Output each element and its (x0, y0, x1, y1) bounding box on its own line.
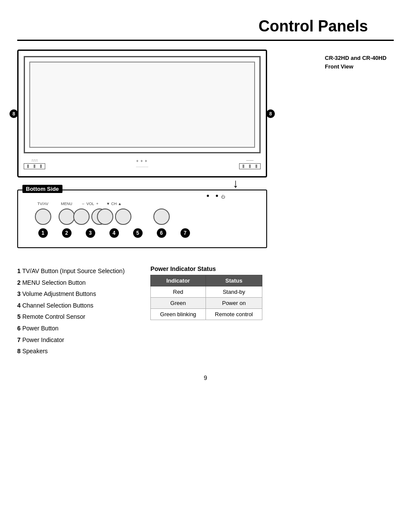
sensor-dot (207, 195, 209, 197)
btn-tvav[interactable] (35, 208, 51, 225)
legend-item-4: 4 Channel Selection Buttons (17, 300, 125, 311)
indicator-green-blinking: Green blinking (151, 309, 206, 320)
btn-ch-down[interactable] (97, 208, 113, 225)
bottom-side-label-badge: Bottom Side (22, 185, 62, 193)
btn-vol-minus[interactable] (73, 208, 90, 225)
status-remote: Remote control (206, 309, 262, 320)
status-power-on: Power on (206, 298, 262, 309)
btn-ch-up[interactable] (115, 208, 131, 225)
legend-item-8: 8 Speakers (17, 345, 125, 357)
power-status-title: Power Indicator Status (150, 265, 262, 272)
speaker-left: ⎍⎍⎍ (24, 159, 45, 169)
control-labels: TV/AV MENU – VOL + ▼ CH ▲ (25, 200, 259, 206)
btn-menu[interactable] (59, 208, 75, 225)
page-title: Control Panels (17, 0, 394, 41)
badge-8-right: 8 (266, 109, 275, 118)
legend-list: 1 TV/AV Button (Input Source Selection) … (17, 265, 125, 357)
btn-power[interactable] (153, 208, 170, 225)
badge-8-left: 8 (9, 109, 18, 118)
legend-item-3: 3 Volume Adjustment Buttons (17, 288, 125, 300)
col-status: Status (206, 275, 262, 286)
page-number: 9 (17, 374, 394, 381)
legend-item-2: 2 MENU Selection Button (17, 277, 125, 289)
legend-item-1: 1 TV/AV Button (Input Source Selection) (17, 265, 125, 277)
table-row: Red Stand-by (151, 286, 262, 298)
legend-item-6: 6 Power Button (17, 323, 125, 334)
status-table: Indicator Status Red Stand-by Green Powe… (150, 275, 262, 320)
number-badges: 1 2 3 4 5 6 7 (25, 227, 259, 240)
col-indicator: Indicator (151, 275, 206, 286)
legend-item-5: 5 Remote Control Sensor (17, 311, 125, 323)
arrow-down: ↓ (155, 177, 316, 190)
power-status-section: Power Indicator Status Indicator Status … (150, 265, 262, 357)
speaker-right: ─── (239, 159, 261, 169)
table-row: Green Power on (151, 298, 262, 309)
indicator-green: Green (151, 298, 206, 309)
tv-diagram: ⎍⎍⎍ ✦✦✦ ───── ─── (17, 50, 267, 177)
side-label: CR-32HD and CR-40HD Front View (325, 50, 394, 71)
legend-item-7: 7 Power Indicator (17, 334, 125, 346)
indicator-dot (216, 195, 218, 197)
control-buttons (25, 206, 259, 227)
bottom-side-panel: Bottom Side ⏻ TV/AV MENU – VOL + ▼ CH ▲ (17, 190, 267, 248)
status-standby: Stand-by (206, 286, 262, 298)
indicator-red: Red (151, 286, 206, 298)
table-row: Green blinking Remote control (151, 309, 262, 320)
